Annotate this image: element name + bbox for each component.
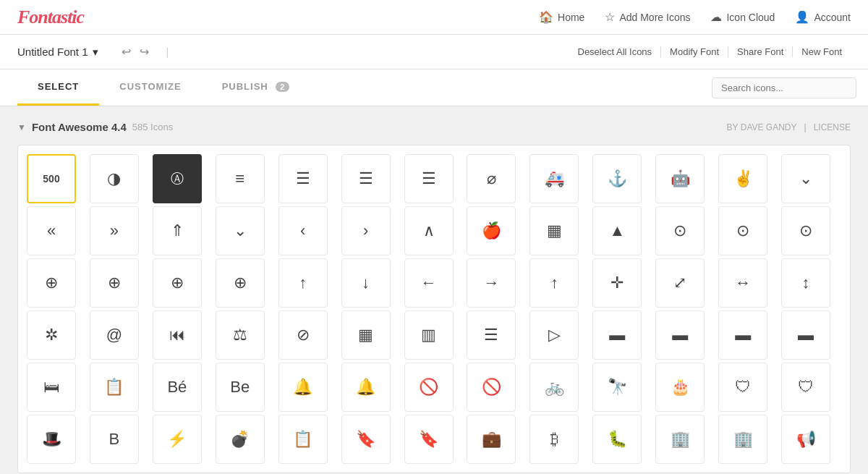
- icon-cell[interactable]: ↓: [341, 258, 391, 308]
- new-font-button[interactable]: New Font: [793, 46, 851, 57]
- icon-cell[interactable]: ⌄: [781, 154, 830, 203]
- logo: Fontastic: [17, 7, 84, 28]
- font-title[interactable]: Untitled Font 1 ▾: [17, 46, 98, 59]
- icon-cell[interactable]: ↔: [718, 258, 767, 308]
- icon-cell[interactable]: ⚖: [216, 310, 265, 360]
- icon-cell[interactable]: ⊕: [27, 258, 76, 308]
- icon-cell[interactable]: ✲: [27, 310, 76, 360]
- icon-cell[interactable]: 🎩: [27, 415, 76, 464]
- icon-cell[interactable]: ▬: [655, 310, 705, 360]
- icon-cell[interactable]: ✌: [718, 154, 767, 203]
- icon-cell[interactable]: ⊕: [153, 258, 202, 308]
- author-label: BY DAVE GANDY: [727, 122, 797, 132]
- icon-cell[interactable]: ☰: [278, 154, 328, 203]
- icon-cell[interactable]: 🛡: [718, 363, 767, 412]
- icon-cell[interactable]: ☰: [341, 154, 391, 203]
- icon-cell[interactable]: ⊕: [216, 258, 265, 308]
- icon-cell[interactable]: ⌀: [467, 154, 516, 203]
- icon-cell[interactable]: 🔖: [404, 415, 454, 464]
- undo-button[interactable]: ↩: [119, 43, 134, 60]
- icon-cell[interactable]: ≡: [216, 154, 265, 203]
- icon-cell[interactable]: ▷: [529, 310, 579, 360]
- icon-cell[interactable]: 🚲: [529, 363, 579, 412]
- icon-cell[interactable]: ▲: [592, 206, 642, 255]
- icon-cell[interactable]: ↕: [781, 258, 830, 308]
- icon-cell[interactable]: ›: [341, 206, 391, 255]
- nav-account-label: Account: [814, 12, 851, 23]
- icon-cell[interactable]: 📋: [90, 363, 139, 412]
- icon-grid-wrapper: 500◑Ⓐ≡☰☰☰⌀🚑⚓🤖✌⌄«»⇑⌄‹›∧🍎▦▲⊙⊙⊙⊕⊕⊕⊕↑↓←→↑✛⤢↔…: [17, 145, 851, 473]
- icon-cell[interactable]: 🔭: [592, 363, 642, 412]
- icon-cell[interactable]: ⊙: [718, 206, 767, 255]
- icon-cell[interactable]: ↑: [529, 258, 579, 308]
- icon-cell[interactable]: ✛: [592, 258, 642, 308]
- icon-cell[interactable]: ↑: [278, 258, 328, 308]
- icon-cell[interactable]: Be: [216, 363, 265, 412]
- toolbar: Untitled Font 1 ▾ ↩ ↪ | Deselect All Ico…: [0, 35, 868, 69]
- icon-cell[interactable]: ‹: [278, 206, 328, 255]
- search-input[interactable]: [712, 77, 856, 98]
- icon-cell[interactable]: Bé: [153, 363, 202, 412]
- icon-cell[interactable]: 🏢: [655, 415, 705, 464]
- icon-cell[interactable]: ⊙: [781, 206, 830, 255]
- icon-cell[interactable]: «: [27, 206, 76, 255]
- icon-cell[interactable]: 🚫: [404, 363, 454, 412]
- icon-cell[interactable]: ⤢: [655, 258, 705, 308]
- icon-cell[interactable]: ▬: [781, 310, 830, 360]
- icon-cell[interactable]: ▦: [341, 310, 391, 360]
- tab-publish[interactable]: PUBLISH 2: [202, 69, 310, 106]
- icon-cell[interactable]: ▬: [592, 310, 642, 360]
- icon-cell[interactable]: 🐛: [592, 415, 642, 464]
- collapse-icon[interactable]: ▼: [17, 122, 26, 132]
- icon-cell[interactable]: ⏮: [153, 310, 202, 360]
- icon-cell[interactable]: Ⓐ: [153, 154, 202, 203]
- icon-cell[interactable]: ☰: [467, 310, 516, 360]
- icon-cell[interactable]: ⊙: [655, 206, 705, 255]
- tab-customize[interactable]: CUSTOMIZE: [99, 69, 201, 106]
- deselect-all-button[interactable]: Deselect All Icons: [569, 46, 662, 57]
- icon-cell[interactable]: @: [90, 310, 139, 360]
- icon-cell[interactable]: 🏢: [718, 415, 767, 464]
- nav-icon-cloud[interactable]: ☁ Icon Cloud: [710, 10, 775, 24]
- icon-cell[interactable]: B: [90, 415, 139, 464]
- license-link[interactable]: LICENSE: [814, 122, 851, 132]
- redo-button[interactable]: ↪: [137, 43, 152, 60]
- share-font-button[interactable]: Share Font: [728, 46, 793, 57]
- icon-cell[interactable]: 💼: [467, 415, 516, 464]
- nav-add-icons[interactable]: ☆ Add More Icons: [605, 10, 690, 24]
- tab-select[interactable]: SELECT: [17, 69, 99, 106]
- icon-cell[interactable]: ▥: [404, 310, 454, 360]
- icon-cell[interactable]: 🍎: [467, 206, 516, 255]
- icon-cell[interactable]: ₿: [529, 415, 579, 464]
- icon-cell[interactable]: 🚑: [529, 154, 579, 203]
- icon-cell[interactable]: ⊕: [90, 258, 139, 308]
- icon-cell[interactable]: 500: [27, 154, 76, 203]
- icon-cell[interactable]: ◑: [90, 154, 139, 203]
- icon-cell[interactable]: ☰: [404, 154, 454, 203]
- modify-font-button[interactable]: Modify Font: [661, 46, 728, 57]
- icon-cell[interactable]: »: [90, 206, 139, 255]
- icon-cell[interactable]: 🎂: [655, 363, 705, 412]
- icon-cell[interactable]: 🤖: [655, 154, 705, 203]
- icon-cell[interactable]: 🔖: [341, 415, 391, 464]
- icon-cell[interactable]: 🛡: [781, 363, 830, 412]
- icon-cell[interactable]: ⚓: [592, 154, 642, 203]
- icon-cell[interactable]: 📢: [781, 415, 830, 464]
- icon-cell[interactable]: 🚫: [467, 363, 516, 412]
- nav-home[interactable]: 🏠 Home: [539, 10, 584, 24]
- icon-cell[interactable]: ▦: [529, 206, 579, 255]
- icon-cell[interactable]: ⌄: [216, 206, 265, 255]
- icon-cell[interactable]: ∧: [404, 206, 454, 255]
- icon-cell[interactable]: →: [467, 258, 516, 308]
- icon-cell[interactable]: 🔔: [278, 363, 328, 412]
- icon-cell[interactable]: 🛏: [27, 363, 76, 412]
- icon-cell[interactable]: ⚡: [153, 415, 202, 464]
- icon-cell[interactable]: 🔔: [341, 363, 391, 412]
- icon-cell[interactable]: 📋: [278, 415, 328, 464]
- icon-cell[interactable]: ▬: [718, 310, 767, 360]
- icon-cell[interactable]: 💣: [216, 415, 265, 464]
- icon-cell[interactable]: ⊘: [278, 310, 328, 360]
- icon-cell[interactable]: ⇑: [153, 206, 202, 255]
- icon-cell[interactable]: ←: [404, 258, 454, 308]
- nav-account[interactable]: 👤 Account: [795, 10, 851, 24]
